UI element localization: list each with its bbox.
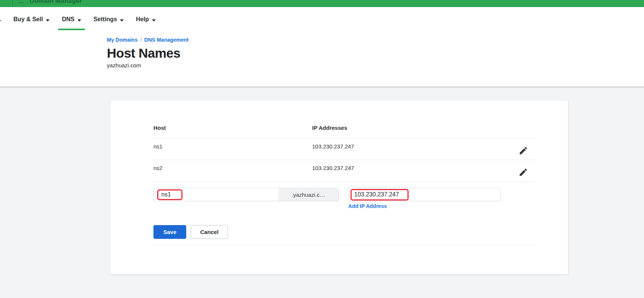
domain-name: yazhuazi.com [107,62,644,68]
host-names-card: Host IP Addresses ns1 103.230.237.247 ns… [110,100,568,274]
chevron-down-icon[interactable] [0,17,1,24]
host-cell: ns1 [153,143,162,150]
page-header: My Domains/DNS Management Host Names yaz… [0,31,644,86]
row-divider [151,160,537,160]
form-divider [151,244,537,244]
host-input[interactable] [154,188,278,201]
chevron-down-icon [46,16,50,23]
ip-address-input[interactable] [349,188,501,201]
column-header-ip-addresses: IP Addresses [312,125,347,131]
nav-item-label: Help [136,16,149,23]
breadcrumb-my-domains[interactable]: My Domains [107,37,137,43]
nav-item-label: Settings [93,16,117,23]
row-divider [151,182,537,182]
host-cell: ns2 [153,165,162,171]
ip-cell: 103.230.237.247 [312,165,354,171]
add-ip-address-link[interactable]: Add IP Address [348,203,387,209]
host-input-group: .yazhuazi.c… [153,188,339,201]
ip-input-group [348,188,501,201]
content-area: Host IP Addresses ns1 103.230.237.247 ns… [0,88,644,298]
pencil-icon [518,173,528,178]
app-title: Domain Manager [29,0,82,4]
nav-item-settings[interactable]: Settings [93,7,124,31]
chevron-down-icon [152,16,156,23]
edit-host-button[interactable] [518,167,529,179]
nav-item-label: DNS [62,16,74,23]
page-title: Host Names [107,46,644,61]
chevron-down-icon [77,16,81,23]
topbar-divider [12,0,13,7]
save-button[interactable]: Save [153,225,186,239]
column-header-host: Host [153,125,166,131]
nav-item-label: Buy & Sell [13,16,43,23]
pencil-icon [518,151,528,157]
row-divider [151,138,537,138]
nav-item-help[interactable]: Help [136,7,156,31]
cancel-button[interactable]: Cancel [191,225,228,239]
breadcrumb-separator: / [140,37,142,43]
breadcrumb-ellipsis[interactable]: … [18,0,24,4]
edit-host-button[interactable] [518,145,529,157]
ip-cell: 103.230.237.247 [312,143,354,150]
breadcrumb: My Domains/DNS Management [107,31,644,43]
domain-suffix: .yazhuazi.c… [278,188,339,201]
top-bar: …Domain Manager [0,0,644,7]
main-nav: Buy & Sell DNS Settings Help [0,7,644,31]
chevron-down-icon [120,16,124,23]
nav-item-buy-sell[interactable]: Buy & Sell [13,7,50,31]
nav-item-dns[interactable]: DNS [62,7,81,31]
breadcrumb-dns-management[interactable]: DNS Management [144,37,188,43]
